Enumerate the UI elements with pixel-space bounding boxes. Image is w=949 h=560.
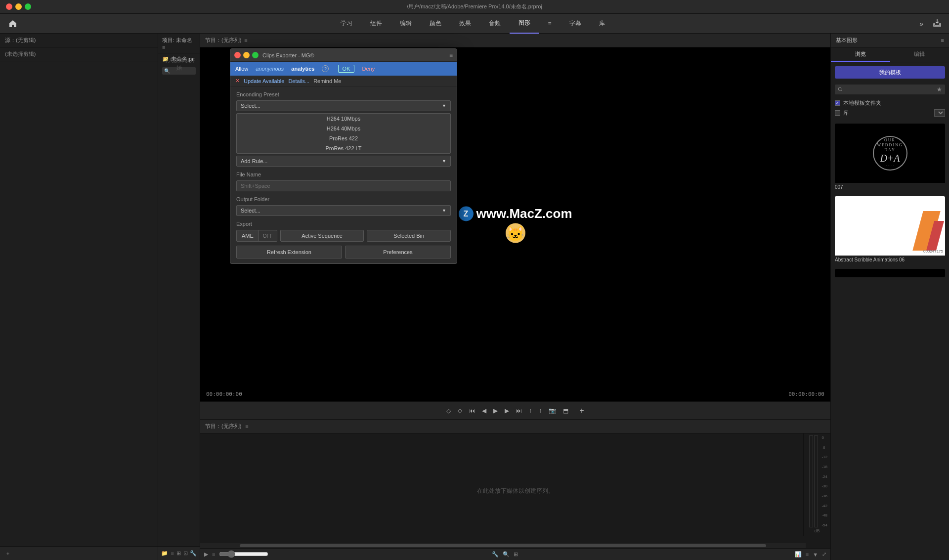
dialog-maximize-button[interactable] (252, 52, 259, 58)
nav-color[interactable]: 颜色 (421, 14, 450, 34)
timeline-menu-icon[interactable]: ≡ (245, 424, 248, 430)
extension-dialog[interactable]: Clips Exporter - MG© ≡ Allow anonymous a… (230, 48, 457, 264)
template-card-wedding[interactable]: OUR WEDDING DAY D+A · · · · · 007 (835, 124, 945, 191)
refresh-extension-button[interactable]: Refresh Extension (236, 246, 342, 258)
step-back-button[interactable]: ◀ (480, 406, 488, 415)
timeline-zoom-slider[interactable] (219, 550, 488, 559)
timeline-bottom-bar: ▶ ≡ 🔧 🔍 ⊞ 📊 ≡ ▼ ⤢ (200, 548, 830, 560)
right-search-input[interactable] (845, 86, 935, 92)
template-card-scribble[interactable]: 000247175 Abstract Scribble Animations 0… (835, 196, 945, 264)
svg-line-1 (841, 90, 843, 92)
encoding-select-label: Select... (241, 103, 260, 109)
nav-audio[interactable]: 音频 (480, 14, 510, 34)
new-item-icon[interactable]: 🔧 (190, 549, 197, 559)
more-button[interactable]: » (916, 18, 926, 30)
my-templates-button[interactable]: 我的模板 (835, 66, 945, 79)
meter-12db: -12 (821, 455, 827, 459)
tab-edit[interactable]: 编辑 (890, 47, 949, 62)
template-card-angled[interactable]: Angled Bar Wipe Transition (835, 269, 945, 277)
ame-toggle-button[interactable]: AME OFF (236, 230, 277, 242)
tab-browse[interactable]: 浏览 (831, 47, 890, 62)
nav-effects[interactable]: 效果 (450, 14, 480, 34)
minimize-button[interactable] (15, 3, 22, 10)
timeline-list-icon[interactable]: ≡ (212, 552, 215, 558)
right-search-icon (838, 87, 843, 92)
filename-input[interactable] (236, 180, 451, 191)
library-select[interactable] (934, 109, 945, 117)
preset-prores-422lt[interactable]: ProRes 422 LT (237, 143, 450, 153)
library-option[interactable]: 库 (835, 109, 945, 117)
export-frame-button[interactable]: ⬒ (561, 406, 570, 415)
close-button[interactable] (6, 3, 12, 10)
active-sequence-button[interactable]: Active Sequence (280, 230, 364, 242)
meter-42db: -42 (821, 504, 827, 508)
mark-in-button[interactable]: ◇ (444, 406, 453, 415)
timeline-drop-text: 在此处放下媒体以创建序列。 (477, 487, 554, 495)
timeline-wrench-icon[interactable]: 🔧 (492, 551, 499, 558)
play-button[interactable]: ▶ (491, 406, 500, 415)
analytics-help-icon[interactable]: ? (322, 65, 329, 72)
timeline-audio-meter-icon[interactable]: 📊 (795, 551, 802, 558)
nav-edit[interactable]: 编辑 (391, 14, 421, 34)
camera-button[interactable]: 📷 (547, 406, 558, 415)
dialog-close-button[interactable] (234, 52, 241, 58)
encoding-select[interactable]: Select... ▼ (236, 100, 451, 111)
center-area: Clips Exporter - MG© ≡ Allow anonymous a… (200, 34, 830, 560)
preset-prores-422[interactable]: ProRes 422 (237, 133, 450, 143)
mark-out-button[interactable]: ◇ (456, 406, 464, 415)
preferences-button[interactable]: Preferences (345, 246, 451, 258)
timeline-search-icon[interactable]: 🔍 (503, 551, 510, 558)
timeline-fullscreen-icon[interactable]: ⤢ (822, 551, 826, 558)
local-templates-checkbox[interactable]: ✓ (835, 100, 840, 106)
dialog-menu-icon[interactable]: ≡ (449, 52, 453, 59)
nav-study[interactable]: 学习 (332, 14, 361, 34)
title-bar: /用户/macz/文稿/Adobe/Premiere Pro/14.0/未命名.… (0, 0, 949, 14)
nav-captions[interactable]: 字幕 (561, 14, 590, 34)
preset-h264-10[interactable]: H264 10Mbps (237, 114, 450, 124)
add-button[interactable]: + (577, 405, 586, 416)
maximize-button[interactable] (25, 3, 31, 10)
update-close-icon[interactable]: ✕ (235, 78, 240, 84)
step-forward-button[interactable]: ▶ (503, 406, 511, 415)
dialog-minimize-button[interactable] (243, 52, 250, 58)
free-form-icon[interactable]: ⊡ (183, 549, 188, 559)
nav-assembly[interactable]: 组件 (361, 14, 391, 34)
essential-graphics-menu-icon[interactable]: ≡ (941, 38, 944, 43)
output-dropdown-arrow: ▼ (442, 208, 446, 213)
timeline-play-icon[interactable]: ▶ (204, 551, 208, 558)
extract-button[interactable]: ↑ (537, 406, 544, 415)
analytics-deny-button[interactable]: Deny (362, 66, 375, 72)
next-edit-button[interactable]: ⏭ (514, 406, 524, 415)
output-folder-select[interactable]: Select... ▼ (236, 205, 451, 216)
star-filter-icon[interactable]: ★ (937, 86, 942, 93)
selected-bin-button[interactable]: Selected Bin (367, 230, 451, 242)
prev-edit-button[interactable]: ⏮ (467, 406, 477, 415)
nav-library[interactable]: 库 (590, 14, 614, 34)
anonymous-label: anonymous (256, 66, 284, 72)
list-view-icon[interactable]: ≡ (170, 549, 174, 559)
timeline-settings-icon2[interactable]: ≡ (806, 552, 809, 558)
update-remind-button[interactable]: Remind Me (313, 78, 341, 84)
update-available-link[interactable]: Update Available (244, 78, 284, 84)
add-rule-button[interactable]: Add Rule... ▼ (236, 156, 451, 167)
analytics-banner: Allow anonymous analytics ? OK Deny (230, 62, 457, 76)
export-icon[interactable] (930, 17, 944, 30)
preview-menu-icon[interactable]: ≡ (244, 38, 247, 43)
local-templates-option[interactable]: ✓ 本地模板文件夹 (835, 99, 945, 107)
timeline-settings-icon[interactable]: ⊞ (514, 551, 518, 558)
source-bottom-toolbar: + (0, 546, 158, 560)
timeline-dropdown-icon[interactable]: ▼ (813, 552, 818, 558)
analytics-ok-button[interactable]: OK (338, 65, 355, 73)
new-bin-icon[interactable]: 📁 (161, 549, 168, 559)
home-icon[interactable] (5, 16, 21, 32)
update-bar: ✕ Update Available Details... Remind Me (230, 76, 457, 86)
update-details-link[interactable]: Details... (288, 78, 309, 84)
nav-graphics[interactable]: 图形 (510, 14, 539, 34)
zoom-in-icon[interactable]: + (3, 549, 13, 559)
essential-graphics-title: 基本图形 (836, 37, 858, 44)
library-checkbox[interactable] (835, 110, 840, 116)
encoding-section-label: Enconding Preset (236, 91, 451, 97)
icon-view-icon[interactable]: ⊞ (176, 549, 181, 559)
preset-h264-40[interactable]: H264 40Mbps (237, 124, 450, 133)
lift-button[interactable]: ↑ (527, 406, 534, 415)
